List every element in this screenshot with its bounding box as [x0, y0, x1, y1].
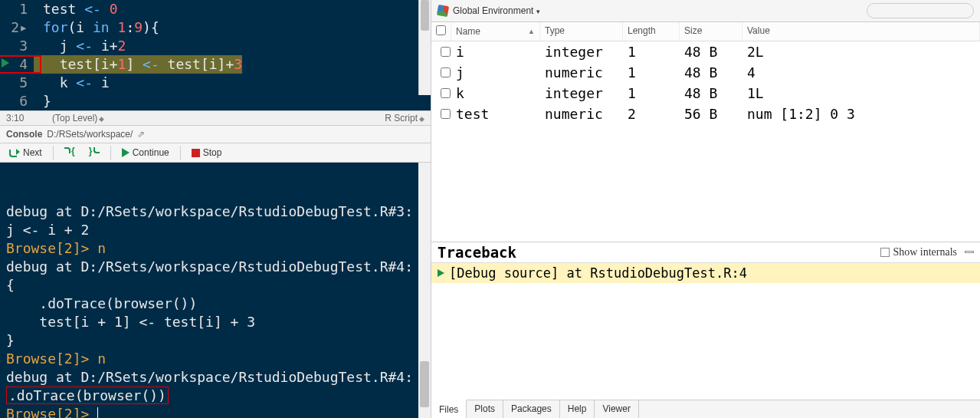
var-size: 48 B — [680, 64, 742, 81]
scope-selector[interactable]: (Top Level)◆ — [52, 113, 385, 123]
tab-packages[interactable]: Packages — [503, 400, 560, 418]
step-out-icon — [89, 147, 100, 158]
environment-search[interactable] — [867, 3, 974, 18]
var-length: 1 — [623, 84, 680, 102]
tab-files[interactable]: Files — [431, 400, 467, 418]
bottom-tabs: FilesPlotsPackagesHelpViewer — [431, 400, 980, 418]
checkbox-icon — [880, 248, 890, 257]
environment-toolbar: Global Environment ▾ — [431, 0, 980, 22]
code-content[interactable]: } — [34, 92, 51, 110]
var-name: k — [451, 84, 540, 102]
tab-plots[interactable]: Plots — [467, 400, 503, 418]
var-type: integer — [540, 84, 623, 102]
step-out-button[interactable] — [86, 146, 103, 159]
var-type: numeric — [540, 64, 623, 81]
tab-help[interactable]: Help — [560, 400, 595, 418]
var-type: numeric — [540, 105, 623, 123]
environment-row[interactable]: testnumeric256 Bnum [1:2] 0 3 — [431, 104, 980, 124]
editor-line[interactable]: 6} — [0, 92, 431, 110]
next-button[interactable]: Next — [6, 146, 45, 159]
show-internals-toggle[interactable]: Show internals — [880, 246, 974, 258]
environment-table: iinteger148 B2Ljnumeric148 B4kinteger148… — [431, 41, 980, 124]
editor-statusbar: 3:10 (Top Level)◆ R Script◆ — [0, 110, 431, 126]
col-size-header[interactable]: Size — [680, 22, 742, 41]
environment-scope-selector[interactable]: Global Environment ▾ — [453, 5, 540, 16]
console-output[interactable]: debug at D:/RSets/workspace/RstudioDebug… — [0, 163, 431, 418]
var-size: 48 B — [680, 43, 742, 61]
traceback-frame-label: [Debug source] at RstudioDebugTest.R:4 — [449, 265, 747, 281]
line-number[interactable]: 6 — [0, 92, 34, 110]
environment-row[interactable]: jnumeric148 B4 — [431, 62, 980, 83]
step-into-button[interactable] — [61, 146, 78, 159]
environment-row[interactable]: iinteger148 B2L — [431, 41, 980, 62]
row-checkbox[interactable] — [441, 67, 451, 77]
stop-icon — [192, 149, 200, 157]
continue-button[interactable]: Continue — [119, 146, 172, 159]
code-content[interactable]: j <- i+2 — [34, 37, 126, 55]
console-path: D:/RSets/workspace/ — [47, 129, 133, 140]
search-input[interactable] — [872, 5, 980, 16]
editor-line[interactable]: 3 j <- i+2 — [0, 37, 431, 55]
var-value: num [1:2] 0 3 — [742, 105, 980, 123]
var-name: i — [451, 43, 540, 61]
environment-row[interactable]: kinteger148 B1L — [431, 83, 980, 104]
row-checkbox[interactable] — [441, 88, 451, 98]
environment-icon — [438, 5, 448, 16]
console-scrollbar[interactable] — [418, 163, 431, 418]
traceback-panel: Traceback Show internals [Debug source] … — [431, 242, 980, 283]
console-line: Browse[2]> n — [6, 350, 424, 368]
select-all-checkbox[interactable] — [431, 22, 451, 41]
col-type-header[interactable]: Type — [540, 22, 623, 41]
code-content[interactable]: for(i in 1:9){ — [34, 18, 159, 37]
code-content[interactable]: k <- i — [34, 74, 110, 92]
line-number[interactable]: 4 — [0, 55, 34, 74]
stop-button[interactable]: Stop — [188, 146, 225, 159]
cursor — [97, 407, 98, 418]
next-icon — [9, 147, 20, 158]
environment-header-row: Name▲ Type Length Size Value — [431, 22, 980, 41]
var-name: j — [451, 64, 540, 81]
col-length-header[interactable]: Length — [623, 22, 680, 41]
code-content[interactable]: test[i+1] <- test[i]+3 — [34, 55, 242, 74]
col-name-header[interactable]: Name▲ — [451, 22, 540, 41]
minimize-icon[interactable] — [965, 251, 974, 253]
source-editor[interactable]: 1test <- 02▸for(i in 1:9){3 j <- i+24 te… — [0, 0, 431, 110]
var-length: 2 — [623, 105, 680, 123]
traceback-title: Traceback — [438, 244, 516, 261]
var-type: integer — [540, 43, 623, 61]
editor-line[interactable]: 2▸for(i in 1:9){ — [0, 18, 431, 37]
col-value-header[interactable]: Value — [742, 22, 980, 41]
var-size: 48 B — [680, 84, 742, 102]
var-size: 56 B — [680, 105, 742, 123]
var-value: 1L — [742, 84, 980, 102]
row-checkbox[interactable] — [441, 47, 451, 57]
var-value: 2L — [742, 43, 980, 61]
var-value: 4 — [742, 64, 980, 81]
line-number[interactable]: 3 — [0, 37, 34, 55]
editor-line[interactable]: 4 test[i+1] <- test[i]+3 — [0, 55, 431, 74]
console-line: debug at D:/RSets/workspace/RstudioDebug… — [6, 368, 424, 405]
row-checkbox[interactable] — [441, 109, 451, 119]
traceback-frame[interactable]: [Debug source] at RstudioDebugTest.R:4 — [431, 263, 980, 283]
popout-icon[interactable]: ⇗ — [137, 129, 145, 140]
debug-toolbar: Next Continue Stop — [0, 143, 431, 163]
line-number[interactable]: 5 — [0, 74, 34, 92]
console-line: debug at D:/RSets/workspace/RstudioDebug… — [6, 258, 424, 295]
tab-viewer[interactable]: Viewer — [595, 400, 638, 418]
editor-line[interactable]: 5 k <- i — [0, 74, 431, 92]
console-title: Console — [6, 129, 42, 140]
step-into-icon — [64, 147, 75, 158]
editor-line[interactable]: 1test <- 0 — [0, 0, 431, 18]
code-content[interactable]: test <- 0 — [34, 0, 118, 18]
line-number[interactable]: 2▸ — [0, 18, 34, 37]
console-line: Browse[2]> — [6, 405, 424, 418]
console-line: .doTrace(browser()) — [6, 295, 424, 313]
var-length: 1 — [623, 64, 680, 81]
editor-scrollbar[interactable] — [418, 0, 431, 95]
cursor-position: 3:10 — [6, 113, 52, 123]
debug-arrow-icon — [2, 58, 9, 67]
line-number[interactable]: 1 — [0, 0, 34, 18]
console-line: debug at D:/RSets/workspace/RstudioDebug… — [6, 202, 424, 239]
language-selector[interactable]: R Script◆ — [385, 113, 424, 123]
play-icon — [122, 148, 129, 157]
